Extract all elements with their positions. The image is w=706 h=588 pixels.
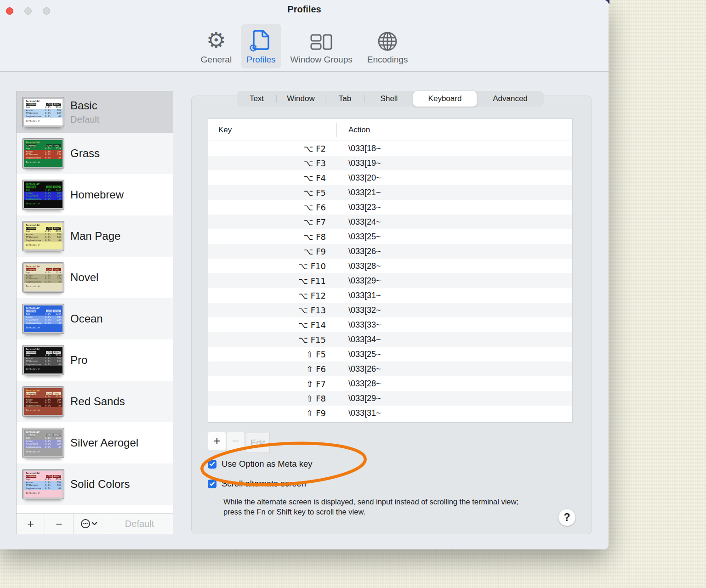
tab-window[interactable]: Window [277, 91, 325, 107]
ellipsis-circle-icon [80, 518, 99, 529]
profile-text: Homebrew [70, 188, 124, 201]
profile-thumbnail: Terminal1#COMMAND%CPURPRVTtop4.1%231KXco… [23, 180, 64, 209]
checkbox-row-use-option-as-meta-key: Use Option as Meta key [208, 459, 312, 469]
tab-text[interactable]: Text [237, 91, 276, 107]
table-row[interactable]: ⌥ F2\033[18~ [208, 141, 572, 156]
profile-thumbnail: Terminal1#COMMAND%CPURPRVTtop4.1%231KXco… [23, 97, 64, 127]
profile-thumbnail: Terminal1#COMMAND%CPURPRVTtop4.1%231KXco… [23, 428, 64, 458]
key-cell: ⌥ F6 [208, 203, 326, 212]
action-cell: \033[32~ [348, 305, 381, 315]
help-button[interactable]: ? [558, 509, 575, 526]
profile-name: Red Sands [70, 395, 125, 408]
profile-name: Basic [70, 99, 99, 112]
action-cell: \033[31~ [348, 291, 381, 300]
tab-shell[interactable]: Shell [365, 91, 413, 107]
profile-row-pro[interactable]: Terminal1#COMMAND%CPURPRVTtop4.1%231KXco… [17, 339, 173, 381]
table-row[interactable]: ⇧ F7\033[28~ [208, 376, 572, 391]
profile-thumbnail: Terminal1#COMMAND%CPURPRVTtop4.1%231KXco… [23, 263, 64, 292]
table-row[interactable]: ⌥ F13\033[32~ [208, 303, 572, 317]
profile-name: Man Page [70, 230, 120, 243]
table-row[interactable]: ⌥ F15\033[34~ [208, 332, 572, 347]
table-row[interactable]: ⇧ F8\033[29~ [208, 391, 572, 406]
profile-thumbnail: Terminal1#COMMAND%CPURPRVTtop4.1%231KXco… [23, 387, 64, 416]
key-cell: ⌥ F11 [208, 276, 326, 286]
table-row[interactable]: ⌥ F7\033[24~ [208, 215, 572, 229]
column-header-key[interactable]: Key [208, 125, 232, 135]
toolbar-item-label: Profiles [246, 55, 275, 65]
profile-row-silver-aerogel[interactable]: Terminal1#COMMAND%CPURPRVTtop4.1%231KXco… [17, 422, 173, 464]
profile-row-grass[interactable]: Terminal1#COMMAND%CPURPRVTtop4.1%231KXco… [17, 133, 173, 174]
toolbar-item-window-groups[interactable]: Window Groups [285, 24, 358, 68]
more-options-button[interactable] [74, 514, 106, 534]
tab-advanced[interactable]: Advanced [477, 91, 544, 107]
profile-text: Novel [70, 271, 98, 284]
action-cell: \033[29~ [348, 276, 381, 286]
checkbox-label: Scroll alternate screen [222, 479, 306, 489]
table-row[interactable]: ⌥ F11\033[29~ [208, 273, 572, 288]
toolbar-item-profiles[interactable]: ⚙Profiles [241, 24, 281, 68]
profile-row-man-page[interactable]: Terminal1#COMMAND%CPURPRVTtop4.1%231KXco… [17, 215, 173, 257]
desktop-background: Profiles ⚙General⚙ProfilesWindow GroupsE… [0, 0, 706, 588]
column-header-action[interactable]: Action [348, 125, 370, 135]
profile-row-homebrew[interactable]: Terminal1#COMMAND%CPURPRVTtop4.1%231KXco… [17, 174, 173, 215]
column-divider[interactable] [336, 123, 337, 137]
edit-key-button[interactable]: Edit [246, 433, 270, 453]
checkbox-use-option-as-meta-key[interactable] [208, 460, 216, 469]
remove-profile-button[interactable]: − [45, 514, 74, 534]
profile-name: Novel [70, 271, 98, 284]
tab-bar: TextWindowTabShellKeyboardAdvanced [237, 91, 544, 107]
action-cell: \033[23~ [348, 203, 381, 212]
action-cell: \033[26~ [348, 364, 381, 374]
add-profile-button[interactable]: + [17, 514, 45, 534]
action-cell: \033[21~ [348, 188, 381, 198]
table-header: Key Action [208, 119, 572, 141]
profile-text: Ocean [70, 312, 103, 325]
profile-name: Solid Colors [70, 478, 130, 491]
profile-thumbnail: Terminal1#COMMAND%CPURPRVTtop4.1%231KXco… [23, 469, 64, 499]
action-cell: \033[25~ [348, 232, 381, 242]
table-row[interactable]: ⌥ F3\033[19~ [208, 156, 572, 170]
table-row[interactable]: ⌥ F12\033[31~ [208, 288, 572, 303]
profile-row-novel[interactable]: Terminal1#COMMAND%CPURPRVTtop4.1%231KXco… [17, 257, 173, 298]
profile-sidebar: Terminal1#COMMAND%CPURPRVTtop4.1%231KXco… [16, 91, 173, 534]
table-row[interactable]: ⌥ F14\033[33~ [208, 317, 572, 332]
profile-row-red-sands[interactable]: Terminal1#COMMAND%CPURPRVTtop4.1%231KXco… [17, 381, 173, 422]
terminal-preferences-window: Profiles ⚙General⚙ProfilesWindow GroupsE… [0, 0, 609, 549]
table-row[interactable]: ⌥ F5\033[21~ [208, 185, 572, 200]
tab-keyboard[interactable]: Keyboard [413, 91, 477, 107]
table-row[interactable]: ⌥ F4\033[20~ [208, 170, 572, 185]
table-row[interactable]: ⇧ F5\033[25~ [208, 347, 572, 362]
profile-thumbnail: Terminal1#COMMAND%CPURPRVTtop4.1%231KXco… [23, 139, 64, 168]
checkbox-scroll-alternate-screen[interactable] [208, 480, 216, 488]
key-cell: ⇧ F9 [208, 408, 326, 418]
profile-text: BasicDefault [70, 99, 99, 125]
profile-text: Grass [70, 147, 100, 160]
table-row[interactable]: ⌥ F6\033[23~ [208, 200, 572, 215]
tab-tab[interactable]: Tab [325, 91, 364, 107]
action-cell: \033[34~ [348, 335, 381, 345]
table-row[interactable]: ⌥ F8\033[25~ [208, 229, 572, 244]
profile-row-basic[interactable]: Terminal1#COMMAND%CPURPRVTtop4.1%231KXco… [17, 91, 173, 133]
add-key-button[interactable]: + [208, 432, 226, 450]
profile-row-solid-colors[interactable]: Terminal1#COMMAND%CPURPRVTtop4.1%231KXco… [17, 464, 173, 505]
table-row[interactable]: ⌥ F10\033[28~ [208, 259, 572, 273]
remove-key-button[interactable]: − [227, 432, 245, 450]
table-row[interactable]: ⇧ F9\033[31~ [208, 406, 572, 420]
key-cell: ⌥ F7 [208, 217, 326, 227]
check-icon [209, 481, 215, 486]
chevron-down-icon [92, 523, 97, 525]
profile-text: Silver Aerogel [70, 436, 138, 449]
profile-text: Man Page [70, 230, 120, 243]
toolbar-item-general[interactable]: ⚙General [195, 24, 238, 68]
key-cell: ⇧ F7 [208, 379, 326, 389]
profile-name: Pro [70, 354, 87, 367]
action-cell: \033[19~ [348, 158, 381, 168]
table-row[interactable]: ⇧ F6\033[26~ [208, 362, 572, 376]
toolbar-item-encodings[interactable]: Encodings [362, 24, 414, 68]
table-row[interactable]: ⌥ F9\033[26~ [208, 244, 572, 259]
profile-row-ocean[interactable]: Terminal1#COMMAND%CPURPRVTtop4.1%231KXco… [17, 298, 173, 339]
set-default-button[interactable]: Default [106, 514, 173, 534]
key-cell: ⌥ F14 [208, 320, 326, 330]
checkbox-area: Use Option as Meta keyScroll alternate s… [208, 459, 312, 489]
action-cell: \033[28~ [348, 379, 381, 389]
